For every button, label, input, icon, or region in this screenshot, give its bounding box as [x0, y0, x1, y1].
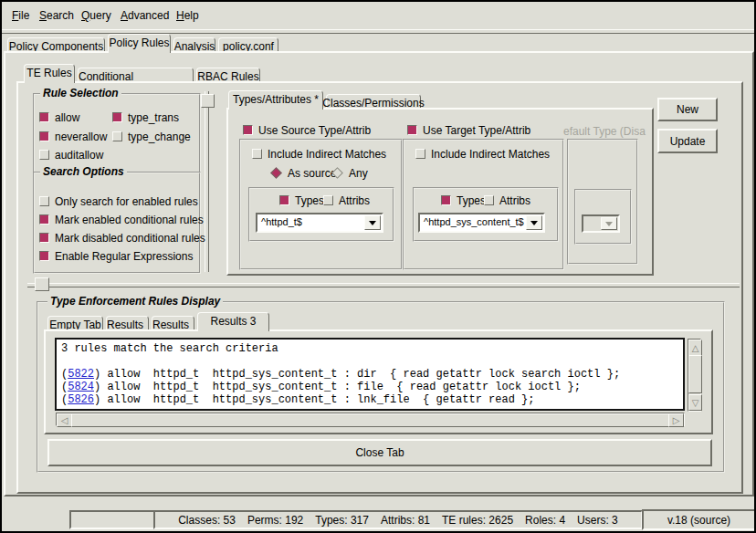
result-rule-line: (5822) allow httpd_t httpd_sys_content_t…: [61, 368, 683, 381]
stat-classes: Classes: 53: [178, 514, 236, 527]
dropdown-arrow-icon: [601, 217, 617, 230]
target-type-value: ^httpd_sys_content_t$: [424, 216, 524, 227]
checkbox-icon: [441, 195, 451, 205]
checkbox-icon: [323, 195, 333, 205]
check-use-target[interactable]: Use Target Type/Attrib: [407, 124, 530, 136]
tab-te-rules[interactable]: TE Rules: [24, 64, 75, 83]
radio-as-source[interactable]: As source: [270, 167, 336, 179]
vertical-sash-grip[interactable]: [201, 94, 215, 108]
checkbox-icon: [407, 125, 417, 135]
checkbox-icon: [39, 251, 49, 261]
menu-search[interactable]: Search: [39, 9, 74, 22]
vertical-scroll-thumb[interactable]: [688, 355, 702, 393]
stat-attribs: Attribs: 81: [381, 514, 430, 527]
check-target-indirect[interactable]: Include Indirect Matches: [415, 148, 550, 160]
check-source-types[interactable]: Types: [279, 194, 324, 206]
check-auditallow[interactable]: auditallow: [39, 149, 103, 161]
tab-policy-conf[interactable]: policy.conf: [218, 37, 278, 51]
check-allow[interactable]: allow: [39, 111, 79, 123]
check-mark-disabled-cond[interactable]: Mark disabled conditional rules: [39, 232, 205, 244]
check-target-attribs[interactable]: Attribs: [484, 194, 530, 206]
status-progress-panel: [69, 510, 155, 529]
vertical-sash[interactable]: [205, 91, 209, 272]
check-source-attribs[interactable]: Attribs: [323, 194, 370, 206]
tab-types-attributes[interactable]: Types/Attributes *: [228, 90, 323, 110]
check-type-trans[interactable]: type_trans: [112, 111, 179, 123]
menu-bar: File Search Query Advanced Help: [2, 2, 754, 29]
rule-selection-title: Rule Selection: [40, 87, 121, 99]
result-rule-line: (5826) allow httpd_t httpd_sys_content_t…: [61, 393, 683, 406]
rule-id-link[interactable]: 5824: [68, 381, 94, 393]
close-tab-button[interactable]: Close Tab: [47, 439, 712, 466]
dropdown-arrow-icon[interactable]: [364, 215, 381, 230]
new-button[interactable]: New: [657, 98, 718, 121]
checkbox-icon: [39, 214, 49, 225]
menu-help[interactable]: Help: [176, 9, 199, 22]
status-stats-panel: Classes: 53 Perms: 192 Types: 317 Attrib…: [153, 510, 643, 529]
target-type-combobox[interactable]: ^httpd_sys_content_t$: [418, 213, 545, 233]
tab-empty-tab[interactable]: Empty Tab: [47, 316, 103, 329]
apol-window: File Search Query Advanced Help Policy C…: [0, 0, 756, 533]
checkbox-icon: [279, 195, 289, 205]
stat-perms: Perms: 192: [247, 514, 303, 527]
tab-policy-rules[interactable]: Policy Rules: [108, 34, 171, 53]
menu-query[interactable]: Query: [81, 9, 111, 22]
rule-id-link[interactable]: 5826: [68, 393, 94, 406]
stat-te-rules: TE rules: 2625: [442, 514, 513, 527]
results-horizontal-scrollbar[interactable]: ◁ ▷: [56, 413, 685, 426]
checkbox-icon: [39, 112, 49, 122]
checkbox-icon: [112, 131, 122, 141]
menu-advanced[interactable]: Advanced: [121, 9, 169, 22]
check-only-enabled[interactable]: Only search for enabled rules: [39, 195, 198, 207]
scroll-right-icon[interactable]: ▷: [668, 413, 684, 427]
tab-rbac-rules[interactable]: RBAC Rules: [196, 68, 260, 81]
checkbox-icon: [252, 149, 262, 159]
horizontal-scroll-thumb[interactable]: [71, 413, 670, 427]
stat-types: Types: 317: [315, 514, 369, 527]
tab-policy-components[interactable]: Policy Components: [7, 37, 105, 51]
horizontal-sash-grip[interactable]: [35, 277, 49, 291]
checkbox-icon: [39, 131, 49, 141]
search-options-title: Search Options: [40, 165, 127, 178]
checkbox-icon: [484, 195, 494, 205]
tab-results-3[interactable]: Results 3: [197, 312, 269, 331]
status-version-panel: v.18 (source): [642, 509, 756, 530]
result-rule-line: (5824) allow httpd_t httpd_sys_content_t…: [61, 381, 683, 393]
scroll-left-icon[interactable]: ◁: [57, 413, 72, 427]
update-button[interactable]: Update: [657, 129, 718, 153]
source-type-combobox[interactable]: ^httpd_t$: [256, 213, 383, 233]
menu-file[interactable]: File: [12, 9, 29, 22]
rule-id-link[interactable]: 5822: [68, 368, 94, 381]
check-type-change[interactable]: type_change: [112, 131, 191, 142]
checkbox-icon: [112, 112, 122, 122]
tab-analysis[interactable]: Analysis: [173, 37, 215, 51]
radio-any[interactable]: Any: [331, 167, 368, 179]
results-vertical-scrollbar[interactable]: △ ▽: [688, 339, 701, 412]
check-neverallow[interactable]: neverallow: [39, 131, 107, 142]
policy-version: v.18 (source): [667, 514, 730, 527]
checkbox-icon: [39, 196, 49, 206]
check-use-source[interactable]: Use Source Type/Attrib: [243, 124, 371, 136]
results-summary: 3 rules match the search criteria: [61, 342, 683, 355]
tab-conditional-expressions[interactable]: Conditional Expressions: [78, 68, 194, 81]
check-target-types[interactable]: Types: [441, 194, 486, 206]
te-rules-display-title: Type Enforcement Rules Display: [47, 295, 223, 308]
stat-roles: Roles: 4: [525, 514, 565, 527]
scroll-down-icon[interactable]: ▽: [688, 394, 702, 411]
default-type-combobox: [582, 214, 620, 233]
results-text-area[interactable]: 3 rules match the search criteria (5822)…: [55, 338, 685, 411]
check-source-indirect[interactable]: Include Indirect Matches: [252, 148, 386, 160]
checkbox-icon: [415, 149, 425, 159]
check-mark-enabled-cond[interactable]: Mark enabled conditional rules: [39, 214, 204, 225]
horizontal-sash[interactable]: [27, 283, 740, 287]
tab-results-1[interactable]: Results 1: [106, 316, 149, 329]
check-regex[interactable]: Enable Regular Expressions: [39, 250, 193, 262]
default-type-label: efault Type (Disa: [563, 125, 649, 138]
stat-users: Users: 3: [577, 514, 618, 527]
checkbox-icon: [39, 150, 49, 160]
radio-icon: [331, 167, 343, 179]
tab-classes-permissions[interactable]: Classes/Permissions: [326, 94, 421, 108]
tab-results-2[interactable]: Results 2: [152, 316, 194, 329]
scroll-up-icon[interactable]: △: [688, 340, 702, 356]
dropdown-arrow-icon[interactable]: [526, 215, 542, 230]
